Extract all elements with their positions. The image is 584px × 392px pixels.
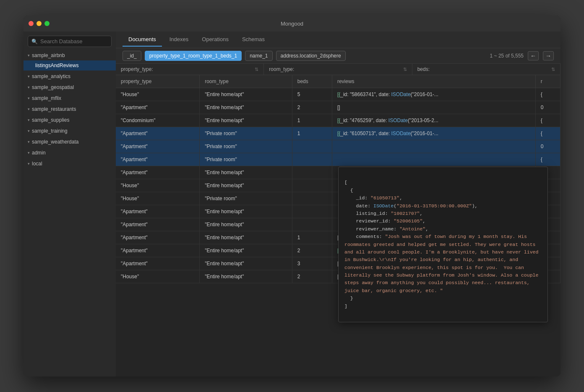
cell-property-type: "Apartment" bbox=[116, 218, 200, 231]
sidebar-group-supplies: ▾ sample_supplies bbox=[23, 115, 116, 125]
tooltip-popup: [ { _id: "61050713", date: ISODate("2016… bbox=[338, 167, 548, 322]
cell-beds bbox=[292, 153, 332, 166]
sidebar-group-airbnb: ▾ sample_airbnb listingsAndReviews bbox=[23, 50, 116, 71]
col-room-type: room_type bbox=[200, 75, 292, 88]
minimize-button[interactable] bbox=[36, 21, 42, 26]
main-content: Documents Indexes Operations Schemas _id… bbox=[116, 31, 561, 376]
sidebar-group-header-geospatial[interactable]: ▾ sample_geospatial bbox=[23, 82, 116, 92]
chevron-right-icon-supplies: ▾ bbox=[28, 118, 30, 122]
chevron-right-icon-training: ▾ bbox=[28, 129, 30, 133]
sidebar-group-header-admin[interactable]: ▾ admin bbox=[23, 148, 116, 158]
cell-r: { bbox=[535, 127, 560, 140]
cell-r: { bbox=[535, 153, 560, 166]
tab-indexes[interactable]: Indexes bbox=[164, 33, 195, 47]
cell-property-type: "Apartment" bbox=[116, 257, 200, 270]
index-badge-property-room-beds[interactable]: property_type_1_room_type_1_beds_1 bbox=[145, 51, 242, 61]
cell-beds bbox=[292, 192, 332, 205]
col-reviews: reviews bbox=[332, 75, 535, 88]
table-container: property_type room_type beds reviews r "… bbox=[116, 75, 561, 376]
cell-reviews: [{_id: "61050713", date: ISODate("2016-0… bbox=[332, 127, 535, 140]
index-badge-name[interactable]: name_1 bbox=[245, 51, 272, 61]
search-box[interactable]: 🔍 bbox=[28, 36, 112, 47]
cell-beds: 2 bbox=[292, 270, 332, 283]
sidebar-group-header-supplies[interactable]: ▾ sample_supplies bbox=[23, 115, 116, 125]
sidebar-group-header-analytics[interactable]: ▾ sample_analytics bbox=[23, 71, 116, 81]
sidebar-group-label-mflix: sample_mflix bbox=[32, 95, 61, 101]
pagination-range: 1 ~ 25 of 5,555 bbox=[490, 53, 524, 59]
sort-icon-property-type[interactable]: ⇅ bbox=[255, 67, 258, 72]
sort-icon-beds[interactable]: ⇅ bbox=[551, 67, 555, 72]
cell-reviews bbox=[332, 140, 535, 153]
sidebar-group-restaurants: ▾ sample_restaurants bbox=[23, 104, 116, 114]
cell-property-type: "House" bbox=[116, 270, 200, 283]
cell-room-type: "Entire home/apt" bbox=[200, 205, 292, 218]
pagination: 1 ~ 25 of 5,555 ← → bbox=[490, 51, 554, 60]
table-row[interactable]: "House" "Entire home/apt" 5 [{_id: "5866… bbox=[116, 88, 561, 101]
sort-icon-room-type[interactable]: ⇅ bbox=[403, 67, 407, 72]
tab-documents[interactable]: Documents bbox=[123, 33, 162, 47]
filter-input-property-type[interactable] bbox=[121, 66, 252, 72]
app-window: Mongood 🔍 ▾ sample_airbnb listingsAndRev… bbox=[23, 16, 561, 376]
table-header-row: property_type room_type beds reviews r bbox=[116, 75, 561, 88]
cell-room-type: "Private room" bbox=[200, 153, 292, 166]
index-badge-location[interactable]: address.location_2dsphere bbox=[276, 51, 346, 61]
sidebar-group-label-airbnb: sample_airbnb bbox=[32, 52, 65, 58]
sidebar-group-header-airbnb[interactable]: ▾ sample_airbnb bbox=[23, 50, 116, 60]
search-icon: 🔍 bbox=[31, 39, 38, 44]
sidebar-group-admin: ▾ admin bbox=[23, 148, 116, 158]
filter-cell-room-type: ⇅ bbox=[264, 64, 412, 75]
cell-room-type: "Entire home/apt" bbox=[200, 257, 292, 270]
sidebar-group-weatherdata: ▾ sample_weatherdata bbox=[23, 137, 116, 147]
col-property-type: property_type bbox=[116, 75, 200, 88]
cell-room-type: "Entire home/apt" bbox=[200, 179, 292, 192]
index-bar: _id_ property_type_1_room_type_1_beds_1 … bbox=[116, 48, 561, 64]
close-button[interactable] bbox=[29, 21, 34, 26]
table-row-highlighted[interactable]: "Apartment" "Private room" 1 [{_id: "610… bbox=[116, 127, 561, 140]
sidebar-group-training: ▾ sample_training bbox=[23, 126, 116, 136]
table-row[interactable]: "Apartment" "Entire home/apt" 2 [] 0 bbox=[116, 101, 561, 114]
index-badge-id[interactable]: _id_ bbox=[123, 51, 141, 61]
sidebar-group-label-weatherdata: sample_weatherdata bbox=[32, 139, 78, 145]
cell-beds: 1 bbox=[292, 127, 332, 140]
cell-room-type: "Entire home/apt" bbox=[200, 88, 292, 101]
cell-reviews: [{_id: "58663741", date: ISODate("2016-0… bbox=[332, 88, 535, 101]
table-row-tooltip[interactable]: "Apartment" "Private room" 0 bbox=[116, 140, 561, 153]
table-row[interactable]: "Apartment" "Private room" { bbox=[116, 153, 561, 166]
cell-property-type: "Apartment" bbox=[116, 127, 200, 140]
cell-property-type: "Apartment" bbox=[116, 101, 200, 114]
cell-room-type: "Entire home/apt" bbox=[200, 101, 292, 114]
search-input[interactable] bbox=[40, 38, 108, 44]
sidebar-group-header-restaurants[interactable]: ▾ sample_restaurants bbox=[23, 104, 116, 114]
sidebar-item-listings[interactable]: listingsAndReviews bbox=[23, 60, 116, 71]
prev-page-button[interactable]: ← bbox=[528, 51, 539, 60]
next-page-button[interactable]: → bbox=[543, 51, 554, 60]
cell-property-type: "Apartment" bbox=[116, 244, 200, 257]
sidebar-group-label-geospatial: sample_geospatial bbox=[32, 84, 74, 90]
cell-property-type: "House" bbox=[116, 192, 200, 205]
cell-beds: 1 bbox=[292, 231, 332, 244]
cell-beds bbox=[292, 166, 332, 179]
sidebar-group-header-local[interactable]: ▾ local bbox=[23, 159, 116, 169]
cell-room-type: "Entire home/apt" bbox=[200, 231, 292, 244]
cell-property-type: "Apartment" bbox=[116, 166, 200, 179]
filter-input-room-type[interactable] bbox=[269, 66, 400, 72]
filter-input-beds[interactable] bbox=[417, 66, 549, 72]
cell-property-type: "House" bbox=[116, 179, 200, 192]
sidebar-group-local: ▾ local bbox=[23, 159, 116, 169]
cell-beds bbox=[292, 218, 332, 231]
sidebar-group-geospatial: ▾ sample_geospatial bbox=[23, 82, 116, 92]
maximize-button[interactable] bbox=[44, 21, 50, 26]
chevron-right-icon-weatherdata: ▾ bbox=[28, 140, 30, 144]
filter-cell-beds: ⇅ bbox=[412, 64, 561, 75]
sidebar-group-header-mflix[interactable]: ▾ sample_mflix bbox=[23, 93, 116, 103]
filter-row: ⇅ ⇅ ⇅ bbox=[116, 64, 561, 75]
table-row[interactable]: "Condominium" "Entire home/apt" 1 [{_id:… bbox=[116, 114, 561, 127]
tab-schemas[interactable]: Schemas bbox=[236, 33, 271, 47]
cell-reviews: [] bbox=[332, 101, 535, 114]
tab-operations[interactable]: Operations bbox=[196, 33, 235, 47]
sidebar-group-header-training[interactable]: ▾ sample_training bbox=[23, 126, 116, 136]
chevron-right-icon-geospatial: ▾ bbox=[28, 85, 30, 89]
sidebar-group-mflix: ▾ sample_mflix bbox=[23, 93, 116, 103]
sidebar-group-header-weatherdata[interactable]: ▾ sample_weatherdata bbox=[23, 137, 116, 147]
sidebar: 🔍 ▾ sample_airbnb listingsAndReviews ▾ s… bbox=[23, 31, 116, 376]
